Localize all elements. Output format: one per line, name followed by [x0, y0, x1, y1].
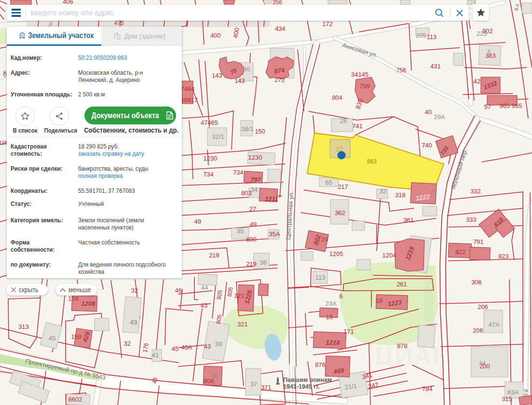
- svg-text:874: 874: [274, 67, 286, 75]
- svg-text:306: 306: [471, 279, 482, 286]
- svg-text:1205: 1205: [329, 250, 343, 257]
- svg-text:43: 43: [204, 343, 211, 350]
- svg-text:34145: 34145: [351, 71, 368, 78]
- svg-text:400: 400: [210, 32, 221, 39]
- svg-text:272: 272: [274, 76, 285, 83]
- svg-text:32/1: 32/1: [212, 133, 224, 140]
- svg-text:333: 333: [466, 216, 477, 223]
- svg-text:863: 863: [367, 158, 377, 165]
- svg-text:791: 791: [473, 238, 484, 245]
- svg-text:ЦИАН: ЦИАН: [375, 342, 451, 370]
- svg-text:43: 43: [130, 319, 137, 326]
- svg-text:36: 36: [260, 259, 267, 266]
- svg-text:47А: 47А: [488, 321, 499, 328]
- svg-text:41: 41: [152, 351, 159, 359]
- svg-text:822: 822: [455, 248, 466, 256]
- svg-text:217: 217: [338, 183, 348, 190]
- svg-text:1211: 1211: [265, 195, 278, 202]
- svg-text:38/1: 38/1: [241, 125, 253, 133]
- svg-text:143: 143: [234, 77, 245, 84]
- svg-text:321: 321: [234, 292, 245, 299]
- svg-text:806: 806: [204, 378, 214, 385]
- svg-text:Павшим воинам: Павшим воинам: [283, 377, 332, 383]
- svg-text:876: 876: [315, 361, 326, 368]
- svg-text:1941-1945 гг.: 1941-1945 гг.: [283, 383, 320, 390]
- svg-text:34: 34: [251, 186, 258, 193]
- svg-text:49: 49: [194, 218, 201, 225]
- svg-text:42: 42: [474, 78, 480, 85]
- svg-text:43: 43: [201, 302, 207, 309]
- svg-text:7464: 7464: [181, 85, 195, 93]
- svg-text:225: 225: [477, 30, 487, 37]
- svg-text:965 965: 965 965: [500, 102, 522, 109]
- svg-text:784: 784: [422, 385, 433, 392]
- svg-text:159: 159: [68, 295, 79, 302]
- svg-text:40: 40: [425, 108, 432, 116]
- svg-text:28: 28: [340, 117, 347, 124]
- svg-text:823: 823: [498, 253, 509, 260]
- svg-text:1208: 1208: [82, 300, 96, 307]
- svg-text:431: 431: [430, 63, 441, 70]
- svg-text:113: 113: [315, 274, 326, 281]
- svg-text:63А: 63А: [507, 389, 518, 396]
- svg-text:315: 315: [502, 395, 512, 403]
- svg-text:64: 64: [479, 360, 485, 366]
- svg-text:150: 150: [255, 128, 265, 135]
- svg-text:219: 219: [246, 260, 257, 268]
- svg-text:24: 24: [321, 236, 328, 243]
- svg-text:46: 46: [175, 287, 182, 294]
- svg-text:890: 890: [246, 236, 257, 243]
- svg-text:57: 57: [484, 103, 491, 110]
- svg-text:45: 45: [172, 345, 178, 352]
- svg-text:734: 734: [203, 171, 214, 178]
- svg-text:172: 172: [322, 20, 333, 27]
- svg-text:205: 205: [416, 32, 426, 39]
- svg-text:1230: 1230: [248, 154, 262, 161]
- svg-text:318: 318: [395, 191, 406, 199]
- svg-text:756: 756: [396, 67, 406, 74]
- svg-text:39: 39: [215, 340, 222, 348]
- svg-text:29А: 29А: [434, 113, 445, 121]
- svg-text:1218: 1218: [326, 339, 341, 346]
- svg-text:27: 27: [249, 205, 256, 213]
- svg-text:6: 6: [339, 293, 342, 300]
- svg-text:475: 475: [114, 20, 124, 27]
- svg-text:65: 65: [326, 179, 332, 186]
- svg-text:206: 206: [477, 303, 488, 310]
- svg-text:32: 32: [380, 188, 386, 195]
- svg-text:206: 206: [473, 327, 483, 334]
- svg-text:48917: 48917: [180, 96, 198, 104]
- svg-text:741: 741: [352, 122, 363, 130]
- svg-text:8-й: 8-й: [522, 389, 529, 397]
- svg-text:434: 434: [275, 25, 286, 32]
- svg-text:40А: 40А: [181, 344, 192, 351]
- svg-text:315: 315: [0, 140, 7, 146]
- svg-text:45: 45: [49, 335, 55, 342]
- svg-text:371: 371: [261, 384, 272, 391]
- svg-text:261: 261: [396, 281, 407, 288]
- svg-text:1204: 1204: [382, 252, 396, 259]
- svg-text:16: 16: [376, 297, 382, 304]
- svg-text:32: 32: [124, 340, 131, 347]
- svg-text:30: 30: [243, 66, 250, 73]
- svg-text:803: 803: [241, 189, 252, 197]
- svg-text:362: 362: [335, 209, 345, 216]
- svg-text:804: 804: [332, 94, 342, 101]
- svg-text:313: 313: [18, 323, 29, 330]
- svg-text:37: 37: [250, 380, 257, 388]
- svg-text:32: 32: [131, 287, 138, 294]
- svg-text:143: 143: [212, 72, 222, 79]
- svg-text:734: 734: [233, 169, 244, 176]
- svg-text:0: 0: [3, 72, 7, 79]
- svg-text:1230: 1230: [204, 155, 218, 162]
- svg-text:47465: 47465: [201, 119, 218, 126]
- svg-text:797: 797: [250, 176, 261, 183]
- svg-text:332: 332: [470, 188, 481, 195]
- svg-text:740: 740: [422, 142, 432, 149]
- svg-text:113: 113: [427, 33, 437, 40]
- svg-text:49: 49: [250, 221, 257, 228]
- svg-text:16: 16: [326, 313, 333, 321]
- svg-text:159: 159: [71, 333, 82, 340]
- svg-text:44: 44: [201, 284, 208, 291]
- svg-text:8602: 8602: [68, 396, 82, 403]
